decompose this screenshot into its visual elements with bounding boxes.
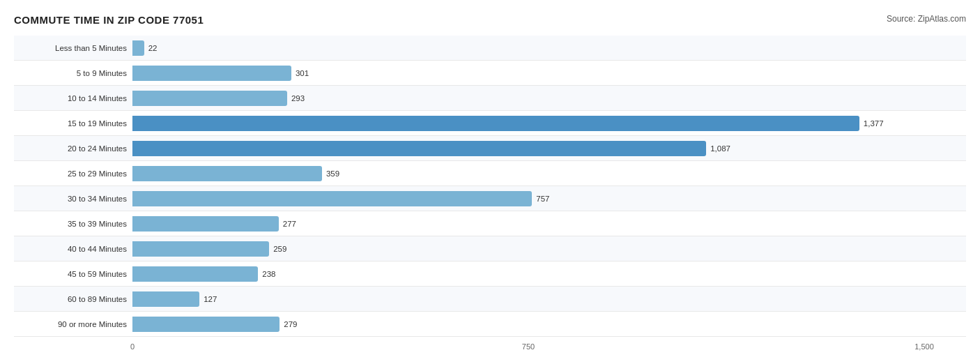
bar-area: 293 [132,86,966,110]
chart-container: COMMUTE TIME IN ZIP CODE 77051 Source: Z… [0,0,980,364]
bar-value: 127 [204,295,217,303]
bar-area: 757 [132,186,966,211]
bar-value: 1,087 [710,144,730,153]
x-axis: 07501,500 [132,340,966,354]
bar-label: 25 to 29 Minutes [14,169,132,178]
x-tick: 750 [522,342,535,351]
bar: 22 [132,40,144,56]
bar: 301 [132,66,291,81]
bar-label: Less than 5 Minutes [14,44,132,52]
bar-value: 279 [284,320,297,328]
chart-header: COMMUTE TIME IN ZIP CODE 77051 Source: Z… [14,14,966,26]
bar: 279 [132,317,280,332]
bar-area: 238 [132,261,966,286]
bar: 757 [132,191,532,206]
bar-row: 40 to 44 Minutes259 [14,236,966,261]
bar-area: 359 [132,161,966,185]
bar-row: 20 to 24 Minutes1,087 [14,136,966,161]
bar-area: 279 [132,312,966,336]
bar-label: 35 to 39 Minutes [14,220,132,228]
bar-row: Less than 5 Minutes22 [14,36,966,61]
bar-label: 5 to 9 Minutes [14,69,132,77]
bar-row: 45 to 59 Minutes238 [14,261,966,287]
bar-row: 25 to 29 Minutes359 [14,161,966,186]
bar-area: 1,087 [132,136,966,160]
x-tick: 1,500 [914,342,934,351]
bar: 1,087 [132,141,706,156]
bar-area: 1,377 [132,111,966,135]
bar: 238 [132,266,258,282]
bar: 259 [132,241,269,257]
chart-source: Source: ZipAtlas.com [887,14,966,24]
bar-row: 60 to 89 Minutes127 [14,287,966,312]
bar: 359 [132,166,322,181]
bar-row: 5 to 9 Minutes301 [14,61,966,86]
bar-area: 301 [132,61,966,85]
bar: 127 [132,291,199,307]
bar-area: 277 [132,211,966,236]
bar-value: 359 [326,169,339,178]
bar-area: 22 [132,36,966,60]
bar-value: 277 [283,220,296,228]
x-tick: 0 [130,342,135,351]
bar-value: 22 [148,44,158,52]
bar-value: 1,377 [864,119,884,128]
bar-label: 40 to 44 Minutes [14,245,132,253]
bar-label: 20 to 24 Minutes [14,144,132,153]
bar-value: 301 [296,69,309,77]
bar-row: 10 to 14 Minutes293 [14,86,966,111]
bar-label: 60 to 89 Minutes [14,295,132,303]
bar-value: 238 [262,270,275,278]
bar-label: 10 to 14 Minutes [14,94,132,103]
chart-body: Less than 5 Minutes225 to 9 Minutes30110… [14,36,966,337]
bar-value: 293 [291,94,305,103]
bar-row: 15 to 19 Minutes1,377 [14,111,966,136]
bar: 277 [132,216,279,232]
bar-label: 15 to 19 Minutes [14,119,132,128]
bar-label: 30 to 34 Minutes [14,195,132,203]
bar-row: 35 to 39 Minutes277 [14,211,966,236]
bar-value: 757 [536,195,549,203]
bar-label: 45 to 59 Minutes [14,270,132,278]
bar-area: 259 [132,236,966,261]
bar: 1,377 [132,116,859,131]
bar-value: 259 [273,245,286,253]
chart-title: COMMUTE TIME IN ZIP CODE 77051 [14,14,204,26]
bar-label: 90 or more Minutes [14,320,132,328]
bar-row: 90 or more Minutes279 [14,312,966,337]
bar-row: 30 to 34 Minutes757 [14,186,966,211]
bar: 293 [132,91,287,106]
bar-area: 127 [132,287,966,311]
